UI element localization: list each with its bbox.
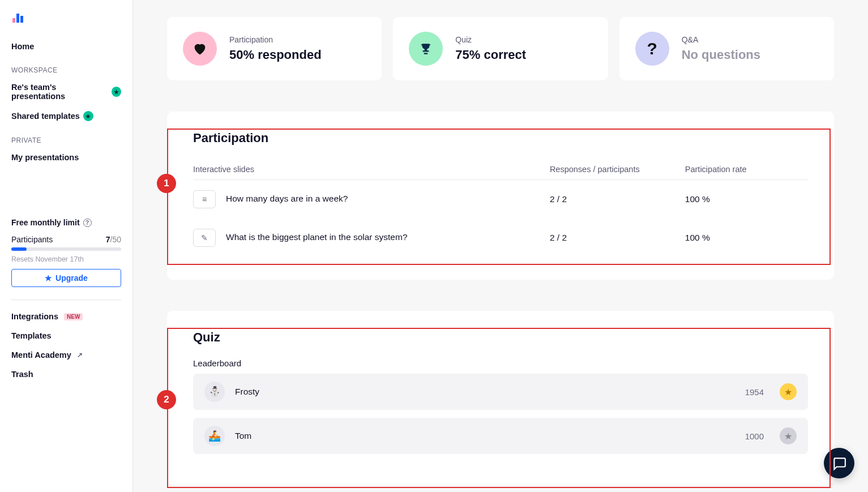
nav-trash[interactable]: Trash <box>11 365 121 384</box>
col-interactive-slides: Interactive slides <box>193 159 550 180</box>
free-limit-title: Free monthly limit <box>11 218 80 227</box>
reset-text: Resets November 17th <box>11 255 121 263</box>
annotation-marker-1: 1 <box>157 174 176 193</box>
participation-row[interactable]: ≡How many days are in a week?2 / 2100 % <box>193 180 808 219</box>
upgrade-button[interactable]: ★ Upgrade <box>11 269 121 287</box>
new-badge: NEW <box>64 313 83 320</box>
avatar: 🚣 <box>204 426 225 446</box>
nav-home[interactable]: Home <box>11 37 121 56</box>
upgrade-label: Upgrade <box>55 273 88 283</box>
nav-menti-academy[interactable]: Menti Academy ↗ <box>11 345 121 365</box>
external-link-icon: ↗ <box>77 351 83 359</box>
app-logo[interactable] <box>11 10 121 25</box>
col-responses: Responses / participants <box>550 159 685 180</box>
leaderboard-row[interactable]: ⛄Frosty1954★ <box>193 374 808 410</box>
stat-participation-label: Participation <box>229 35 322 44</box>
workspace-section-label: WORKSPACE <box>11 66 121 74</box>
question-icon: ? <box>635 32 669 66</box>
slide-rate: 100 % <box>685 180 808 219</box>
heart-icon <box>183 32 217 66</box>
participation-title: Participation <box>193 131 808 146</box>
nav-integrations-label: Integrations <box>11 312 58 321</box>
participants-label: Participants <box>11 235 53 244</box>
nav-shared-templates-label: Shared templates <box>11 112 80 121</box>
player-score: 1000 <box>745 431 764 441</box>
participation-table: Interactive slides Responses / participa… <box>193 159 808 257</box>
quiz-title: Quiz <box>193 330 808 345</box>
stats-row: Participation 50% responded Quiz 75% cor… <box>167 17 834 80</box>
nav-menti-academy-label: Menti Academy <box>11 350 71 360</box>
participants-progress <box>11 247 121 251</box>
participants-progress-fill <box>11 247 27 251</box>
stat-quiz-value: 75% correct <box>455 48 526 62</box>
stat-card-quiz[interactable]: Quiz 75% correct <box>393 17 608 80</box>
slide-responses: 2 / 2 <box>550 219 685 257</box>
slide-question: What is the biggest planet in the solar … <box>226 232 408 242</box>
main-content: Participation 50% responded Quiz 75% cor… <box>133 0 868 492</box>
help-icon[interactable]: ? <box>83 219 92 227</box>
col-rate: Participation rate <box>685 159 808 180</box>
nav-trash-label: Trash <box>11 370 33 379</box>
leaderboard-subtitle: Leaderboard <box>193 358 808 368</box>
pencil-icon: ✎ <box>193 229 216 247</box>
annotation-marker-2: 2 <box>157 390 176 409</box>
private-section-label: PRIVATE <box>11 136 121 144</box>
nav-integrations[interactable]: Integrations NEW <box>11 307 121 326</box>
participation-row[interactable]: ✎What is the biggest planet in the solar… <box>193 219 808 257</box>
stat-participation-value: 50% responded <box>229 48 322 62</box>
participants-used: 7 <box>106 235 110 244</box>
svg-rect-1 <box>16 14 19 23</box>
medal-icon: ★ <box>780 383 797 400</box>
menti-logo-icon <box>11 10 25 24</box>
stat-card-participation[interactable]: Participation 50% responded <box>167 17 382 80</box>
sidebar-divider <box>11 300 121 300</box>
avatar: ⛄ <box>204 382 225 402</box>
chat-icon <box>832 456 846 470</box>
player-name: Frosty <box>235 387 735 397</box>
stat-card-qa[interactable]: ? Q&A No questions <box>619 17 834 80</box>
nav-my-presentations[interactable]: My presentations <box>11 148 121 167</box>
nav-my-presentations-label: My presentations <box>11 153 79 162</box>
chat-launcher[interactable] <box>824 448 854 478</box>
star-icon: ★ <box>45 273 52 283</box>
medal-icon: ★ <box>780 427 797 444</box>
slide-responses: 2 / 2 <box>550 180 685 219</box>
trophy-icon <box>409 32 443 66</box>
nav-shared-templates[interactable]: Shared templates ★ <box>11 106 121 126</box>
star-badge-icon: ★ <box>83 111 93 121</box>
free-limit-block: Free monthly limit ? Participants 7/50 R… <box>11 218 121 287</box>
stat-quiz-label: Quiz <box>455 35 526 44</box>
leaderboard-row[interactable]: 🚣Tom1000★ <box>193 418 808 454</box>
svg-rect-2 <box>20 16 23 23</box>
slide-rate: 100 % <box>685 219 808 257</box>
nav-templates-label: Templates <box>11 331 52 340</box>
slide-question: How many days are in a week? <box>226 194 348 203</box>
nav-team-presentations[interactable]: Re's team's presentations ★ <box>11 78 121 106</box>
leaderboard-list: ⛄Frosty1954★🚣Tom1000★ <box>193 374 808 454</box>
text-icon: ≡ <box>193 190 216 208</box>
stat-qa-value: No questions <box>682 48 760 62</box>
nav-team-presentations-label: Re's team's presentations <box>11 83 108 101</box>
sidebar: Home WORKSPACE Re's team's presentations… <box>0 0 133 492</box>
participation-section: 1 Participation Interactive slides Respo… <box>167 112 834 280</box>
nav-home-label: Home <box>11 42 34 51</box>
quiz-section: 2 Quiz Leaderboard ⛄Frosty1954★🚣Tom1000★ <box>167 311 834 485</box>
stat-qa-label: Q&A <box>682 35 760 44</box>
star-badge-icon: ★ <box>112 87 121 97</box>
participants-max: /50 <box>110 235 121 244</box>
player-score: 1954 <box>745 387 764 397</box>
player-name: Tom <box>235 431 735 441</box>
svg-rect-0 <box>12 18 15 23</box>
nav-templates[interactable]: Templates <box>11 326 121 345</box>
